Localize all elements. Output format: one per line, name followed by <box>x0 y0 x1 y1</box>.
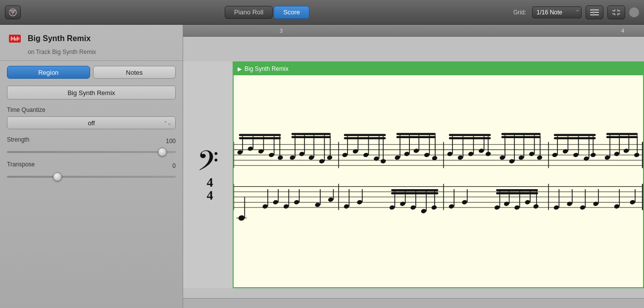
notation-svg <box>234 75 643 287</box>
region-tab[interactable]: Region <box>7 66 90 79</box>
filter-icon-btn[interactable] <box>5 5 21 19</box>
region-header: Big Synth Remix on Track Big Synth Remix <box>0 25 183 61</box>
time-quantize-select[interactable]: off <box>7 116 176 129</box>
strength-slider-track[interactable] <box>7 151 176 153</box>
grid-label: Grid: <box>513 9 526 16</box>
svg-point-98 <box>499 155 505 160</box>
main-content: Big Synth Remix on Track Big Synth Remix… <box>0 25 644 308</box>
svg-rect-72 <box>396 133 436 135</box>
grid-select[interactable]: 1/16 Note 1/8 Note 1/4 Note 1/2 Note 1 N… <box>532 6 582 18</box>
svg-point-122 <box>604 155 610 160</box>
svg-rect-96 <box>501 133 541 135</box>
svg-point-151 <box>389 205 395 210</box>
region-name: Big Synth Remix <box>28 34 91 43</box>
left-panel: Big Synth Remix on Track Big Synth Remix… <box>0 25 183 308</box>
toolbar-center: Piano Roll Score <box>21 6 513 19</box>
strength-value: 100 <box>166 138 176 145</box>
svg-point-100 <box>509 158 515 164</box>
svg-point-145 <box>344 204 349 209</box>
clef-overlay: 𝄢 4 4 <box>183 61 233 288</box>
svg-point-114 <box>573 153 579 158</box>
svg-point-169 <box>503 201 509 206</box>
time-quantize-label: Time Quantize <box>7 106 176 113</box>
svg-point-131 <box>238 215 245 221</box>
svg-point-52 <box>299 151 305 156</box>
svg-rect-120 <box>606 133 638 135</box>
svg-point-46 <box>277 155 283 160</box>
svg-rect-85 <box>449 137 491 139</box>
svg-point-76 <box>404 151 410 156</box>
time-sig-top: 4 <box>207 176 213 189</box>
score-content: ▶ Big Synth Remix <box>183 37 644 298</box>
region-track: on Track Big Synth Remix <box>28 49 176 55</box>
svg-rect-108 <box>554 134 596 136</box>
circle-icon-btn[interactable] <box>629 7 639 17</box>
piano-roll-tab[interactable]: Piano Roll <box>225 6 273 19</box>
transpose-row: Transpose 0 <box>7 161 176 171</box>
transpose-slider-track[interactable] <box>7 176 176 178</box>
transpose-container: Transpose 0 <box>7 161 176 178</box>
svg-point-40 <box>248 146 253 152</box>
bottom-bar <box>183 298 644 308</box>
svg-point-90 <box>468 151 474 156</box>
strength-container: Strength 100 <box>7 136 176 153</box>
svg-point-155 <box>410 205 416 210</box>
notes-tab[interactable]: Notes <box>93 66 176 79</box>
svg-point-44 <box>268 153 274 158</box>
svg-point-74 <box>395 155 400 160</box>
svg-point-128 <box>634 153 640 158</box>
svg-rect-60 <box>344 134 386 136</box>
region-name-field[interactable]: Big Synth Remix <box>7 86 176 100</box>
svg-point-112 <box>562 149 568 154</box>
score-tab[interactable]: Score <box>274 6 309 19</box>
svg-point-177 <box>553 205 559 210</box>
region-header-bar: ▶ Big Synth Remix <box>234 62 643 75</box>
svg-point-80 <box>424 153 430 158</box>
svg-point-86 <box>447 151 453 156</box>
svg-point-171 <box>514 205 520 210</box>
strength-slider-thumb[interactable] <box>158 148 167 156</box>
svg-point-153 <box>399 201 405 206</box>
svg-point-175 <box>533 204 539 209</box>
svg-rect-109 <box>554 137 596 139</box>
svg-point-141 <box>314 202 320 207</box>
svg-point-143 <box>328 197 334 203</box>
svg-point-183 <box>593 201 598 206</box>
svg-point-106 <box>537 155 543 160</box>
svg-point-56 <box>319 158 325 164</box>
align-icon-btn[interactable] <box>586 5 603 19</box>
svg-rect-165 <box>496 189 538 191</box>
svg-point-124 <box>614 151 620 156</box>
svg-point-167 <box>494 205 500 210</box>
svg-point-64 <box>352 149 358 154</box>
time-sig: 4 4 <box>207 176 213 202</box>
svg-point-68 <box>373 156 379 161</box>
time-quantize-select-row: off <box>7 116 176 129</box>
transpose-slider-thumb[interactable] <box>53 172 62 181</box>
score-notation <box>234 75 643 287</box>
svg-point-181 <box>580 205 586 210</box>
transpose-label: Transpose <box>7 161 35 168</box>
svg-point-102 <box>518 155 524 160</box>
svg-point-92 <box>478 148 484 154</box>
transpose-value: 0 <box>172 162 176 169</box>
region-icon <box>7 31 23 47</box>
svg-point-110 <box>552 153 558 158</box>
region-title-row: Big Synth Remix <box>7 31 176 47</box>
svg-point-54 <box>308 155 314 160</box>
svg-point-147 <box>356 200 362 205</box>
svg-point-58 <box>327 155 333 160</box>
app-container: Piano Roll Score Grid: 1/16 Note 1/8 Not… <box>0 0 644 308</box>
strength-row: Strength 100 <box>7 136 176 146</box>
expand-icon-btn[interactable] <box>607 5 625 19</box>
grid-select-wrap: 1/16 Note 1/8 Note 1/4 Note 1/2 Note 1 N… <box>532 6 582 18</box>
svg-point-163 <box>461 200 467 205</box>
svg-rect-84 <box>449 134 491 136</box>
svg-point-88 <box>457 155 463 160</box>
svg-rect-5 <box>590 9 599 10</box>
svg-point-104 <box>529 151 535 156</box>
property-section: Time Quantize off Strength 100 <box>0 106 183 193</box>
svg-rect-6 <box>590 12 599 13</box>
svg-rect-121 <box>606 136 638 138</box>
top-toolbar: Piano Roll Score Grid: 1/16 Note 1/8 Not… <box>0 0 644 25</box>
